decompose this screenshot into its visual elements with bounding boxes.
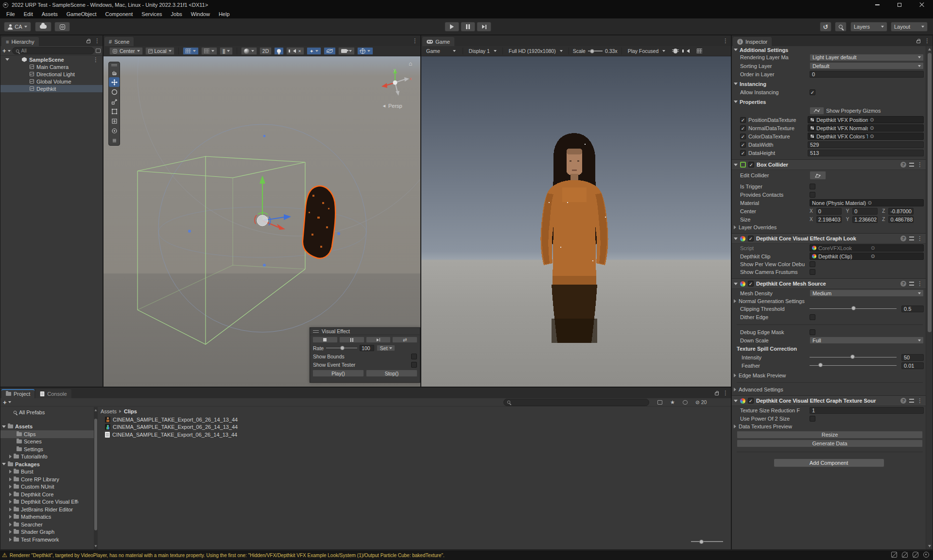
tab-hierarchy[interactable]: ≡Hierarchy — [1, 37, 39, 46]
collab-record-button[interactable] — [54, 22, 70, 32]
panel-menu-icon[interactable]: ⋮ — [94, 37, 100, 44]
scene-home-icon[interactable]: ⌂ — [409, 60, 412, 67]
clipping-threshold-slider[interactable] — [810, 305, 897, 312]
power-of-2-checkbox[interactable] — [810, 416, 815, 422]
vfx-step-button[interactable] — [366, 337, 391, 343]
tree-package-core-rp[interactable]: Core RP Library — [0, 475, 94, 483]
move-tool[interactable] — [109, 77, 120, 87]
tree-package-burst[interactable]: Burst — [0, 468, 94, 476]
chevron-down-icon[interactable] — [8, 401, 11, 403]
lighting-toggle[interactable] — [274, 47, 284, 55]
depthkit-clip-field[interactable]: Depthkit (Clip)⊙ — [810, 253, 924, 260]
resolution-dropdown[interactable]: Full HD (1920x1080) — [507, 48, 565, 54]
tool-pivot-dropdown[interactable]: Center — [109, 47, 143, 55]
show-event-tester-checkbox[interactable] — [411, 362, 417, 368]
component-menu-icon[interactable]: ⋮ — [917, 280, 923, 287]
vfx-restart-button[interactable]: ⇄ — [392, 337, 417, 343]
drag-handle-icon[interactable] — [313, 330, 319, 333]
chevron-down-icon[interactable] — [8, 50, 11, 52]
inspector-scrollbar[interactable] — [926, 46, 933, 549]
show-bounds-checkbox[interactable] — [411, 354, 417, 359]
tab-game[interactable]: Game — [422, 37, 454, 46]
tab-console[interactable]: Console — [35, 389, 71, 398]
lock-icon[interactable] — [916, 40, 920, 43]
status-bar[interactable]: ⚠ Renderer "Depthkit", targeted by Video… — [0, 550, 933, 560]
rate-slider[interactable] — [326, 345, 357, 351]
tree-package-mathematics[interactable]: Mathematics — [0, 513, 94, 521]
generate-data-button[interactable]: Generate Data — [737, 440, 923, 447]
size-x-field[interactable]: 2.198403 — [816, 216, 842, 223]
undo-history-button[interactable]: ↺ — [820, 22, 831, 32]
rendering-layer-dropdown[interactable]: Light Layer default — [810, 54, 924, 61]
vfx-stop-fn-button[interactable]: Stop() — [366, 370, 417, 377]
2d-toggle[interactable]: 2D — [259, 47, 272, 55]
object-picker-icon[interactable]: ⊙ — [870, 125, 921, 131]
clipping-threshold-field[interactable]: 0.5 — [901, 305, 924, 312]
game-view-dropdown[interactable]: Game — [423, 48, 459, 54]
tree-package-shader-graph[interactable]: Shader Graph — [0, 528, 94, 536]
normal-texture-checkbox[interactable] — [740, 125, 746, 131]
menu-gameobject[interactable]: GameObject — [62, 10, 101, 18]
tree-folder-settings[interactable]: Settings — [0, 445, 94, 453]
custom-tool[interactable] — [109, 126, 120, 136]
is-trigger-checkbox[interactable] — [810, 184, 815, 189]
tree-package-searcher[interactable]: Searcher — [0, 521, 94, 528]
vfx-pause-button[interactable] — [339, 337, 364, 343]
data-width-checkbox[interactable] — [740, 142, 746, 148]
component-menu-icon[interactable]: ⋮ — [917, 235, 923, 242]
available-tools[interactable] — [109, 136, 120, 145]
intensity-slider[interactable] — [810, 354, 897, 361]
intensity-field[interactable]: 50 — [901, 354, 924, 361]
set-rate-button[interactable]: Set — [377, 345, 395, 351]
lock-icon[interactable] — [86, 40, 90, 43]
allow-instancing-checkbox[interactable] — [810, 89, 815, 95]
search-button[interactable] — [835, 22, 847, 32]
scene-root-row[interactable]: SampleScene ⋮ — [0, 56, 103, 63]
tree-folder-tutorialinfo[interactable]: TutorialInfo — [0, 453, 94, 461]
search-window-icon[interactable] — [96, 49, 101, 53]
center-y-field[interactable]: 0 — [852, 208, 878, 215]
dither-edge-checkbox[interactable] — [810, 314, 815, 320]
project-search-input[interactable] — [503, 399, 649, 406]
audio-toggle[interactable]: ✕ — [286, 47, 304, 55]
down-scale-dropdown[interactable]: Full — [810, 337, 924, 344]
transform-tool[interactable] — [109, 116, 120, 126]
close-button[interactable] — [911, 0, 933, 10]
menu-jobs[interactable]: Jobs — [167, 10, 187, 18]
instancing-foldout[interactable]: Instancing — [732, 80, 926, 88]
preset-icon[interactable] — [909, 282, 914, 286]
foldout-open-icon[interactable] — [2, 463, 6, 465]
size-y-field[interactable]: 1.236602 — [852, 216, 878, 223]
menu-window[interactable]: Window — [187, 10, 214, 18]
hierarchy-search-input[interactable]: All — [12, 47, 94, 54]
play-focused-dropdown[interactable]: Play Focused — [626, 48, 668, 54]
scale-slider[interactable] — [588, 48, 603, 54]
pause-button[interactable] — [461, 22, 475, 32]
menu-assets[interactable]: Assets — [37, 10, 62, 18]
vfx-look-header[interactable]: Depthkit Core Visual Effect Graph Look ⋮ — [732, 233, 926, 244]
menu-help[interactable]: Help — [214, 10, 234, 18]
view-hand-tool[interactable] — [109, 68, 120, 77]
advanced-settings-foldout[interactable]: Advanced Settings — [732, 386, 926, 393]
rate-value-field[interactable]: 100 — [360, 345, 374, 351]
property-gizmo-button[interactable] — [810, 107, 824, 115]
panel-menu-icon[interactable]: ⋮ — [924, 37, 930, 44]
box-collider-enabled-checkbox[interactable] — [748, 162, 754, 168]
game-audio-icon[interactable] — [687, 49, 690, 53]
hidden-objects-toggle[interactable] — [324, 47, 336, 55]
color-texture-field[interactable]: Depthkit VFX Colors Texture⊙ — [808, 133, 924, 140]
hierarchy-item-directional-light[interactable]: Directional Light — [0, 70, 103, 78]
game-viewport[interactable] — [421, 56, 731, 387]
mesh-source-header[interactable]: Depthkit Core Mesh Source ⋮ — [732, 278, 926, 289]
foldout-closed-icon[interactable] — [9, 455, 12, 458]
add-object-button[interactable]: + — [2, 47, 6, 54]
menu-component[interactable]: Component — [101, 10, 137, 18]
scale-tool[interactable] — [109, 97, 120, 106]
search-by-type-icon[interactable] — [657, 400, 662, 405]
additional-settings-foldout[interactable]: Additional Settings — [732, 47, 926, 53]
account-button[interactable]: CA — [4, 22, 31, 32]
center-z-field[interactable]: -0.87000 — [888, 208, 914, 215]
sorting-layer-dropdown[interactable]: Default — [810, 62, 924, 69]
increment-snap-button[interactable] — [201, 47, 217, 55]
color-texture-checkbox[interactable] — [740, 134, 746, 139]
